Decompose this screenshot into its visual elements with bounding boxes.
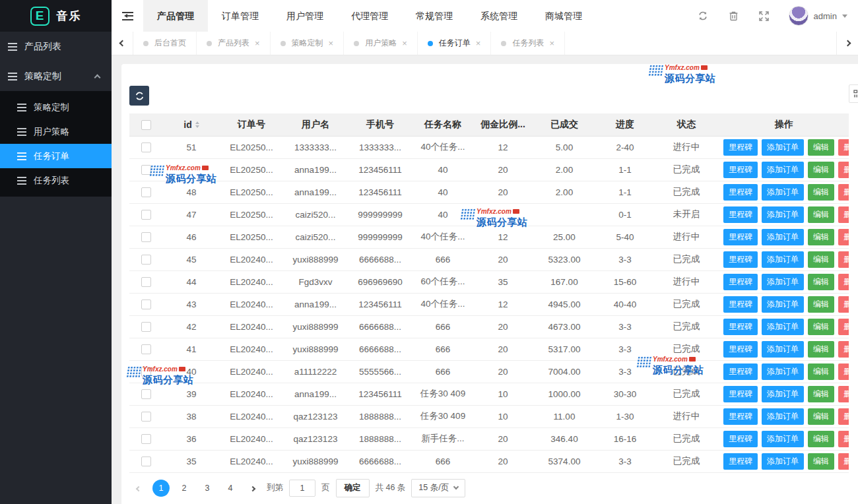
- tab-user-strategy[interactable]: 用户策略 ×: [344, 32, 418, 55]
- edit-button[interactable]: 编辑: [808, 139, 834, 156]
- page-number-3[interactable]: 3: [199, 480, 216, 497]
- add-order-button[interactable]: 添加订单: [762, 319, 804, 335]
- edit-button[interactable]: 编辑: [808, 206, 834, 223]
- delete-button[interactable]: 删除: [838, 184, 849, 201]
- next-page-button[interactable]: [245, 484, 261, 493]
- tab-product-list[interactable]: 产品列表 ×: [197, 32, 271, 55]
- add-order-button[interactable]: 添加订单: [762, 206, 804, 223]
- edit-button[interactable]: 编辑: [808, 363, 834, 380]
- tabs-scroll-right-button[interactable]: [836, 32, 858, 55]
- row-checkbox[interactable]: [141, 277, 151, 287]
- edit-button[interactable]: 编辑: [808, 162, 834, 178]
- add-order-button[interactable]: 添加订单: [762, 453, 804, 470]
- edit-button[interactable]: 编辑: [808, 319, 834, 335]
- row-checkbox[interactable]: [141, 299, 151, 309]
- delete-button[interactable]: 删除: [838, 162, 849, 178]
- edit-button[interactable]: 编辑: [808, 341, 834, 358]
- page-size-select[interactable]: 15 条/页: [411, 479, 465, 497]
- milestone-button[interactable]: 里程碑: [723, 319, 758, 335]
- delete-button[interactable]: 删除: [838, 408, 849, 425]
- add-order-button[interactable]: 添加订单: [762, 251, 804, 268]
- milestone-button[interactable]: 里程碑: [723, 386, 758, 402]
- fullscreen-icon[interactable]: [758, 11, 770, 22]
- delete-button[interactable]: 删除: [838, 341, 849, 358]
- edit-button[interactable]: 编辑: [808, 274, 834, 290]
- milestone-button[interactable]: 里程碑: [723, 408, 758, 425]
- add-order-button[interactable]: 添加订单: [762, 229, 804, 245]
- sidebar-item-task-list[interactable]: 任务列表: [0, 168, 112, 193]
- delete-button[interactable]: 删除: [838, 296, 849, 313]
- refresh-table-button[interactable]: [129, 86, 149, 106]
- row-checkbox[interactable]: [141, 255, 151, 265]
- row-checkbox[interactable]: [141, 187, 151, 197]
- edit-button[interactable]: 编辑: [808, 431, 834, 447]
- add-order-button[interactable]: 添加订单: [762, 363, 804, 380]
- page-number-4[interactable]: 4: [222, 480, 239, 497]
- close-icon[interactable]: ×: [255, 39, 260, 47]
- topnav-menu-users[interactable]: 用户管理: [273, 0, 337, 32]
- row-checkbox[interactable]: [141, 434, 151, 444]
- add-order-button[interactable]: 添加订单: [762, 184, 804, 201]
- milestone-button[interactable]: 里程碑: [723, 274, 758, 290]
- edit-button[interactable]: 编辑: [808, 386, 834, 402]
- delete-button[interactable]: 删除: [838, 206, 849, 223]
- row-checkbox[interactable]: [141, 389, 151, 399]
- tab-strategy[interactable]: 策略定制 ×: [271, 32, 345, 55]
- sidebar-item-user-strategy[interactable]: 用户策略: [0, 119, 112, 144]
- row-checkbox[interactable]: [141, 232, 151, 242]
- sidebar-group-strategy[interactable]: 策略定制: [0, 61, 112, 91]
- milestone-button[interactable]: 里程碑: [723, 251, 758, 268]
- refresh-icon[interactable]: [698, 11, 709, 22]
- add-order-button[interactable]: 添加订单: [762, 341, 804, 358]
- header-id[interactable]: id: [162, 113, 220, 136]
- edit-button[interactable]: 编辑: [808, 229, 834, 245]
- add-order-button[interactable]: 添加订单: [762, 386, 804, 402]
- topnav-menu-orders[interactable]: 订单管理: [208, 0, 273, 32]
- milestone-button[interactable]: 里程碑: [723, 453, 758, 470]
- delete-button[interactable]: 删除: [838, 139, 849, 156]
- edit-button[interactable]: 编辑: [808, 453, 834, 470]
- app-logo[interactable]: E 音乐: [0, 0, 112, 32]
- add-order-button[interactable]: 添加订单: [762, 139, 804, 156]
- row-checkbox[interactable]: [141, 457, 151, 466]
- tabs-scroll-left-button[interactable]: [112, 32, 133, 55]
- milestone-button[interactable]: 里程碑: [723, 341, 758, 358]
- row-checkbox[interactable]: [141, 322, 151, 332]
- trash-icon[interactable]: [728, 11, 739, 22]
- topnav-menu-agents[interactable]: 代理管理: [337, 0, 402, 32]
- sidebar-item-strategy[interactable]: 策略定制: [0, 95, 112, 119]
- add-order-button[interactable]: 添加订单: [762, 296, 804, 313]
- user-menu[interactable]: admin: [789, 6, 847, 26]
- add-order-button[interactable]: 添加订单: [762, 431, 804, 447]
- columns-toggle-button[interactable]: [849, 84, 858, 103]
- delete-button[interactable]: 删除: [838, 319, 849, 335]
- tab-task-list[interactable]: 任务列表 ×: [491, 32, 565, 55]
- close-icon[interactable]: ×: [476, 39, 481, 47]
- sort-icon[interactable]: [195, 119, 199, 130]
- add-order-button[interactable]: 添加订单: [762, 274, 804, 290]
- row-checkbox[interactable]: [141, 165, 151, 175]
- tab-home[interactable]: 后台首页: [133, 32, 197, 55]
- topnav-menu-system[interactable]: 系统管理: [467, 0, 531, 32]
- row-checkbox[interactable]: [141, 344, 151, 354]
- topnav-menu-general[interactable]: 常规管理: [402, 0, 467, 32]
- add-order-button[interactable]: 添加订单: [762, 162, 804, 178]
- topnav-menu-mall[interactable]: 商城管理: [531, 0, 596, 32]
- milestone-button[interactable]: 里程碑: [723, 206, 758, 223]
- edit-button[interactable]: 编辑: [808, 184, 834, 201]
- milestone-button[interactable]: 里程碑: [723, 229, 758, 245]
- goto-confirm-button[interactable]: 确定: [336, 479, 370, 497]
- row-checkbox[interactable]: [141, 210, 151, 220]
- page-number-2[interactable]: 2: [176, 480, 193, 497]
- close-icon[interactable]: ×: [402, 39, 407, 47]
- delete-button[interactable]: 删除: [838, 363, 849, 380]
- milestone-button[interactable]: 里程碑: [723, 363, 758, 380]
- edit-button[interactable]: 编辑: [808, 296, 834, 313]
- select-all-checkbox[interactable]: [141, 120, 151, 130]
- add-order-button[interactable]: 添加订单: [762, 408, 804, 425]
- milestone-button[interactable]: 里程碑: [723, 139, 758, 156]
- sidebar-item-task-orders[interactable]: 任务订单: [0, 144, 112, 168]
- milestone-button[interactable]: 里程碑: [723, 296, 758, 313]
- prev-page-button[interactable]: [131, 484, 147, 493]
- row-checkbox[interactable]: [141, 142, 151, 152]
